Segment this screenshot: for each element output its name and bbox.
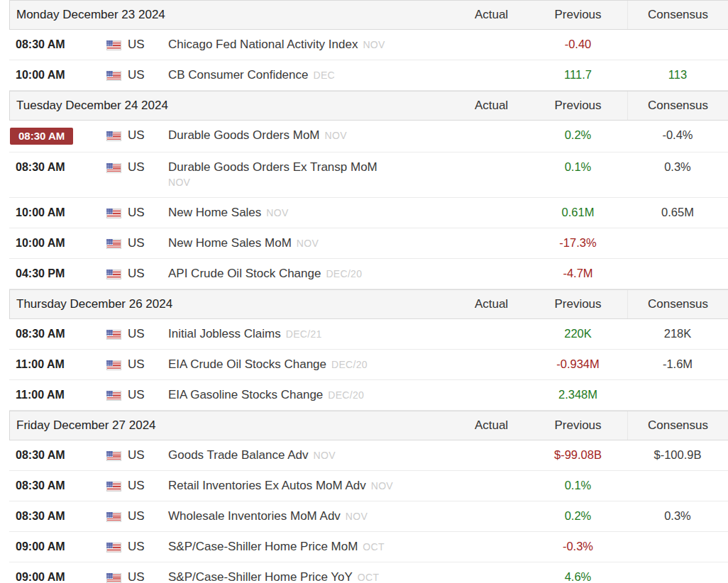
column-header-previous: Previous bbox=[529, 297, 627, 311]
event-row[interactable]: 09:00 AM US S&P/Case-Shiller Home Price … bbox=[9, 532, 728, 562]
consensus-value: 218K bbox=[627, 326, 728, 341]
country-code: US bbox=[128, 387, 145, 402]
country-code: US bbox=[128, 478, 145, 493]
column-header-actual: Actual bbox=[454, 418, 529, 433]
event-name[interactable]: S&P/Case-Shiller Home Price MoM bbox=[168, 540, 358, 553]
event-time-cell: 11:00 AM bbox=[9, 387, 99, 402]
event-name[interactable]: Initial Jobless Claims bbox=[168, 327, 281, 340]
column-header-previous: Previous bbox=[529, 418, 627, 433]
previous-value: 0.2% bbox=[529, 128, 627, 143]
column-header-consensus: Consensus bbox=[627, 411, 728, 440]
country-code: US bbox=[128, 570, 145, 583]
event-row[interactable]: 11:00 AM US EIA Crude Oil Stocks ChangeD… bbox=[9, 350, 728, 380]
day-title: Friday December 27 2024 bbox=[10, 418, 454, 433]
event-name[interactable]: Durable Goods Orders Ex Transp MoM bbox=[168, 160, 377, 174]
us-flag-icon bbox=[106, 71, 121, 81]
consensus-value: 0.3% bbox=[627, 509, 728, 523]
reference-period: NOV bbox=[168, 175, 447, 190]
day-events: 08:30 AM US Chicago Fed National Activit… bbox=[9, 30, 728, 91]
reference-period: NOV bbox=[325, 130, 347, 141]
reference-period: NOV bbox=[363, 39, 385, 50]
event-time: 08:30 AM bbox=[16, 328, 65, 340]
event-row[interactable]: 10:00 AM US CB Consumer ConfidenceDEC 11… bbox=[9, 60, 728, 91]
event-name[interactable]: Goods Trade Balance Adv bbox=[168, 448, 309, 462]
previous-value: 0.1% bbox=[529, 478, 627, 493]
event-country-cell: US bbox=[99, 570, 168, 583]
country-code: US bbox=[128, 448, 145, 462]
reference-period: DEC/20 bbox=[328, 389, 364, 401]
event-row[interactable]: 10:00 AM US New Home Sales MoMNOV -17.3% bbox=[9, 228, 728, 259]
event-name-cell: Initial Jobless ClaimsDEC/21 bbox=[168, 326, 454, 342]
event-row[interactable]: 08:30 AM US Chicago Fed National Activit… bbox=[9, 30, 728, 60]
event-name[interactable]: New Home Sales bbox=[168, 206, 261, 219]
column-header-previous: Previous bbox=[529, 8, 627, 22]
event-row[interactable]: 10:00 AM US New Home SalesNOV 0.61M 0.65… bbox=[9, 198, 728, 228]
event-name-cell: CB Consumer ConfidenceDEC bbox=[168, 67, 454, 83]
event-time-cell: 09:00 AM bbox=[9, 570, 99, 583]
consensus-value: $-100.9B bbox=[627, 448, 728, 462]
event-time-cell: 08:30 AM bbox=[9, 37, 99, 52]
event-name[interactable]: EIA Gasoline Stocks Change bbox=[168, 388, 323, 401]
event-name-cell: EIA Crude Oil Stocks ChangeDEC/20 bbox=[168, 357, 454, 372]
event-time-cell: 08:30 AM bbox=[9, 128, 99, 145]
country-code: US bbox=[128, 266, 145, 281]
event-country-cell: US bbox=[99, 235, 168, 250]
day-events: 08:30 AM US Goods Trade Balance AdvNOV $… bbox=[9, 440, 728, 583]
previous-value: 0.61M bbox=[529, 205, 627, 220]
country-code: US bbox=[128, 357, 145, 372]
event-row[interactable]: 08:30 AM US Wholesale Inventories MoM Ad… bbox=[9, 501, 728, 532]
event-time-cell: 08:30 AM bbox=[9, 509, 99, 523]
event-name[interactable]: CB Consumer Confidence bbox=[168, 68, 308, 82]
event-row[interactable]: 09:00 AM US S&P/Case-Shiller Home Price … bbox=[9, 562, 728, 583]
event-time-cell: 08:30 AM bbox=[9, 448, 99, 462]
reference-period: NOV bbox=[297, 238, 319, 249]
event-name[interactable]: Chicago Fed National Activity Index bbox=[168, 38, 358, 51]
event-time: 08:30 AM bbox=[16, 449, 65, 461]
day-section: Monday December 23 2024 Actual Previous … bbox=[9, 0, 728, 91]
event-row[interactable]: 04:30 PM US API Crude Oil Stock ChangeDE… bbox=[9, 259, 728, 289]
previous-value: 0.1% bbox=[529, 160, 627, 174]
event-name[interactable]: New Home Sales MoM bbox=[168, 236, 292, 250]
event-row[interactable]: 08:30 AM US Durable Goods Orders Ex Tran… bbox=[9, 152, 728, 198]
day-section: Tuesday December 24 2024 Actual Previous… bbox=[9, 91, 728, 289]
event-name[interactable]: Retail Inventories Ex Autos MoM Adv bbox=[168, 479, 366, 492]
event-name[interactable]: API Crude Oil Stock Change bbox=[168, 267, 321, 280]
column-header-actual: Actual bbox=[454, 8, 529, 22]
event-time: 10:00 AM bbox=[16, 206, 65, 218]
event-name[interactable]: Wholesale Inventories MoM Adv bbox=[168, 509, 341, 523]
day-section: Thursday December 26 2024 Actual Previou… bbox=[9, 289, 728, 411]
event-row[interactable]: 08:30 AM US Initial Jobless ClaimsDEC/21… bbox=[9, 319, 728, 350]
day-header-row: Friday December 27 2024 Actual Previous … bbox=[9, 411, 728, 440]
reference-period: DEC bbox=[313, 70, 334, 81]
event-name[interactable]: EIA Crude Oil Stocks Change bbox=[168, 357, 326, 371]
event-name-cell: Chicago Fed National Activity IndexNOV bbox=[168, 37, 454, 52]
previous-value: -4.7M bbox=[529, 266, 627, 281]
day-events: 08:30 AM US Durable Goods Orders MoMNOV … bbox=[9, 121, 728, 289]
event-time-cell: 09:00 AM bbox=[9, 539, 99, 554]
event-row[interactable]: 08:30 AM US Goods Trade Balance AdvNOV $… bbox=[9, 440, 728, 471]
event-country-cell: US bbox=[99, 539, 168, 554]
event-name-cell: Durable Goods Orders Ex Transp MoMNOV bbox=[168, 160, 454, 190]
day-title: Tuesday December 24 2024 bbox=[10, 99, 454, 113]
us-flag-icon bbox=[106, 512, 121, 522]
event-row[interactable]: 08:30 AM US Retail Inventories Ex Autos … bbox=[9, 471, 728, 501]
event-name-cell: EIA Gasoline Stocks ChangeDEC/20 bbox=[168, 387, 454, 403]
event-name[interactable]: Durable Goods Orders MoM bbox=[168, 128, 320, 142]
event-row[interactable]: 11:00 AM US EIA Gasoline Stocks ChangeDE… bbox=[9, 380, 728, 411]
us-flag-icon bbox=[106, 573, 121, 583]
event-country-cell: US bbox=[99, 448, 168, 462]
event-country-cell: US bbox=[99, 478, 168, 493]
event-time: 08:30 AM bbox=[16, 161, 65, 173]
event-country-cell: US bbox=[99, 326, 168, 341]
day-header-row: Thursday December 26 2024 Actual Previou… bbox=[9, 289, 728, 319]
event-name[interactable]: S&P/Case-Shiller Home Price YoY bbox=[168, 570, 353, 583]
event-row[interactable]: 08:30 AM US Durable Goods Orders MoMNOV … bbox=[9, 121, 728, 152]
reference-period: NOV bbox=[266, 207, 288, 218]
country-code: US bbox=[128, 67, 145, 82]
previous-value: 111.7 bbox=[529, 67, 627, 82]
event-time-cell: 08:30 AM bbox=[9, 326, 99, 341]
event-country-cell: US bbox=[99, 128, 168, 143]
event-name-cell: S&P/Case-Shiller Home Price YoYOCT bbox=[168, 570, 454, 583]
event-country-cell: US bbox=[99, 160, 168, 174]
column-header-consensus: Consensus bbox=[627, 91, 728, 120]
